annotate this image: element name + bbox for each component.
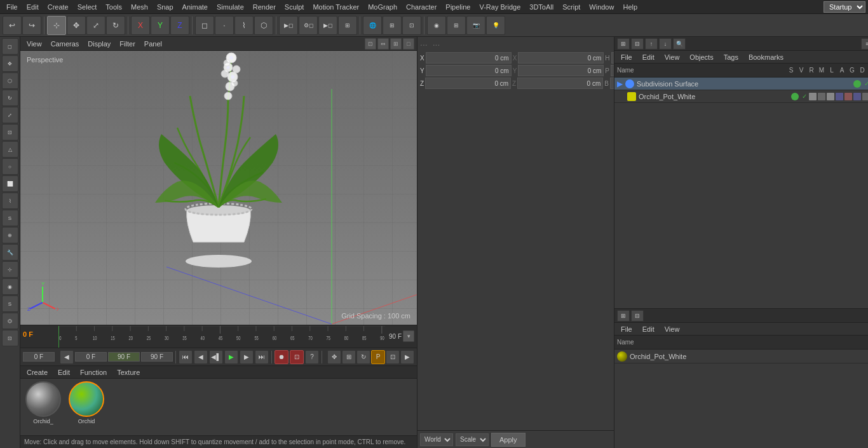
left-tool-3[interactable]: ⬡ xyxy=(2,72,18,89)
layout-select[interactable]: Startup xyxy=(824,1,865,13)
menu-edit[interactable]: Edit xyxy=(23,2,43,12)
vp-menu-panel[interactable]: Panel xyxy=(140,39,166,49)
gouraud-button[interactable]: ◉ xyxy=(427,16,446,35)
menu-simulate[interactable]: Simulate xyxy=(213,2,248,12)
obj-tag-1-1[interactable] xyxy=(818,93,825,100)
timeline-settings[interactable]: ▾ xyxy=(403,330,414,342)
coord-y-input[interactable] xyxy=(426,65,512,76)
render-to-po-button[interactable]: ▶◻ xyxy=(318,16,337,35)
step-back[interactable]: ◀ xyxy=(194,350,208,364)
object-row-subdivision[interactable]: ▶ Subdivision Surface ✓ xyxy=(614,78,868,90)
obj-enable-1[interactable]: ✓ xyxy=(800,93,809,100)
obj-tag-1-6[interactable] xyxy=(862,93,868,100)
preview-range[interactable]: P xyxy=(371,350,385,364)
apply-button[interactable]: Apply xyxy=(491,433,526,447)
left-tool-2[interactable]: ✥ xyxy=(2,55,18,72)
left-tool-7[interactable]: △ xyxy=(2,141,18,158)
obj-tool-3[interactable]: ↑ xyxy=(645,38,658,50)
play-back[interactable]: ◀▌ xyxy=(209,350,223,364)
obj-tag-1-4[interactable] xyxy=(844,93,852,100)
menu-sculpt[interactable]: Sculpt xyxy=(281,2,308,12)
auto-key-button[interactable]: ⊡ xyxy=(290,350,304,364)
obj-search[interactable]: 🔍 xyxy=(673,38,686,50)
left-tool-9[interactable]: ⬜ xyxy=(2,175,18,192)
wire-button[interactable]: ⊞ xyxy=(447,16,466,35)
end-frame-input[interactable] xyxy=(108,352,140,362)
x-axis-button[interactable]: X xyxy=(131,16,150,35)
left-tool-11[interactable]: S xyxy=(2,210,18,226)
point-mode-button[interactable]: · xyxy=(215,16,234,35)
menu-motion-tracker[interactable]: Motion Tracker xyxy=(309,2,363,12)
menu-help[interactable]: Help xyxy=(619,2,641,12)
timeline-render[interactable]: ▶ xyxy=(400,350,414,364)
scale-tool-button[interactable]: ⤢ xyxy=(86,16,105,35)
vp-icon-2[interactable]: ⇔ xyxy=(377,38,389,50)
obj-tag-1-0[interactable] xyxy=(809,93,817,100)
obj-tag-1-5[interactable] xyxy=(853,93,861,100)
snap-button[interactable]: ⊞ xyxy=(383,16,402,35)
coord-x-size-input[interactable] xyxy=(518,52,604,64)
left-tool-18[interactable]: ⊡ xyxy=(2,330,18,346)
go-last-frame[interactable]: ⏭ xyxy=(255,350,269,364)
render-queue-button[interactable]: ⊞ xyxy=(338,16,357,35)
mat-menu-function[interactable]: Function xyxy=(76,368,111,377)
vp-icon-1[interactable]: ⊡ xyxy=(365,38,376,50)
render-view-button[interactable]: ▶◻ xyxy=(279,16,298,35)
menu-tools[interactable]: Tools xyxy=(102,2,126,12)
menu-vray[interactable]: V-Ray Bridge xyxy=(475,2,524,12)
left-tool-16[interactable]: S xyxy=(2,295,18,312)
snap-time[interactable]: ⊞ xyxy=(342,350,356,364)
step-forward[interactable]: ▶ xyxy=(240,350,254,364)
select-mode-button[interactable]: ⊹ xyxy=(47,16,66,35)
vp-icon-3[interactable]: ⊞ xyxy=(390,38,402,50)
menu-pipeline[interactable]: Pipeline xyxy=(442,2,474,12)
menu-create[interactable]: Create xyxy=(44,2,72,12)
y-axis-button[interactable]: Y xyxy=(151,16,170,35)
mat-mgr-menu-file[interactable]: File xyxy=(617,325,636,334)
left-tool-12[interactable]: ⊕ xyxy=(2,227,18,243)
obj-tag-1-2[interactable] xyxy=(827,93,834,100)
coord-y-size-input[interactable] xyxy=(518,65,604,76)
menu-3dtoall[interactable]: 3DToAll xyxy=(526,2,557,12)
undo-button[interactable]: ↩ xyxy=(3,16,22,35)
play-forward[interactable]: ▶ xyxy=(224,350,238,364)
left-tool-8[interactable]: ○ xyxy=(2,158,18,175)
menu-snap[interactable]: Snap xyxy=(153,2,177,12)
material-item-1[interactable]: Orchid xyxy=(66,381,107,424)
obj-expand-icon-0[interactable]: ▶ xyxy=(617,79,623,88)
obj-menu-edit[interactable]: Edit xyxy=(639,53,658,62)
vp-menu-filter[interactable]: Filter xyxy=(116,39,139,49)
start-frame-input[interactable] xyxy=(75,352,107,362)
obj-tool-1[interactable]: ⊞ xyxy=(617,38,630,50)
scale-select[interactable]: Scale xyxy=(456,433,489,446)
go-first-frame[interactable]: ⏮ xyxy=(179,350,193,364)
menu-animate[interactable]: Animate xyxy=(179,2,212,12)
vp-menu-view[interactable]: View xyxy=(23,39,46,49)
light-button[interactable]: 💡 xyxy=(486,16,505,35)
obj-tag-1-3[interactable] xyxy=(836,93,843,100)
obj-tool-4[interactable]: ↓ xyxy=(659,38,672,50)
vp-menu-display[interactable]: Display xyxy=(84,39,114,49)
menu-script[interactable]: Script xyxy=(559,2,584,12)
mat-mgr-tool-2[interactable]: ⊟ xyxy=(631,310,644,322)
menu-render[interactable]: Render xyxy=(249,2,280,12)
vp-menu-cameras[interactable]: Cameras xyxy=(47,39,83,49)
obj-menu-objects[interactable]: Objects xyxy=(686,53,717,62)
fps-input[interactable] xyxy=(141,352,173,362)
left-tool-6[interactable]: ⊡ xyxy=(2,124,18,140)
left-tool-4[interactable]: ↻ xyxy=(2,90,18,106)
timeline-ruler[interactable]: 0 5 10 15 20 25 30 35 40 45 50 55 60 65 xyxy=(20,325,417,348)
move-tool-button[interactable]: ✥ xyxy=(67,16,86,35)
menu-select[interactable]: Select xyxy=(74,2,101,12)
z-axis-button[interactable]: Z xyxy=(170,16,189,35)
poly-mode-button[interactable]: ⬡ xyxy=(254,16,273,35)
obj-vis-0[interactable] xyxy=(853,80,861,88)
object-row-orchid[interactable]: Orchid_Pot_White ✓ xyxy=(614,90,868,103)
auto-tangent[interactable]: ↻ xyxy=(356,350,370,364)
obj-tool-2[interactable]: ⊟ xyxy=(631,38,644,50)
redo-button[interactable]: ↪ xyxy=(22,16,41,35)
timeline[interactable]: 0 F 0 5 10 15 20 25 30 xyxy=(20,325,417,348)
material-item-0[interactable]: Orchid_ xyxy=(23,381,64,424)
obj-menu-tags[interactable]: Tags xyxy=(720,53,742,62)
motion-path[interactable]: ✥ xyxy=(327,350,341,364)
